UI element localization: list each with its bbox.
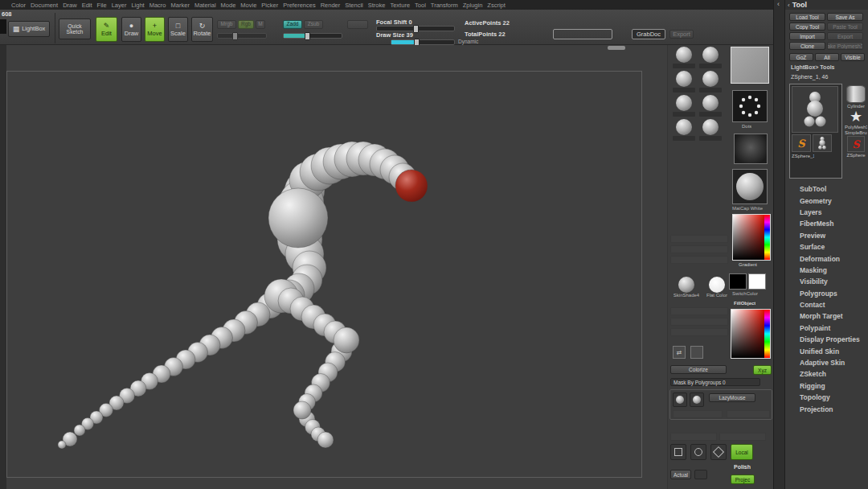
tool-section-polypaint[interactable]: Polypaint [785,323,868,334]
tool-section-visibility[interactable]: Visibility [785,276,868,287]
lazy-icon-1[interactable] [673,392,687,407]
faded-control[interactable] [670,245,728,253]
tool-section-topology[interactable]: Topology [785,392,868,403]
quick-sketch-button[interactable]: Quick Sketch [59,18,91,39]
tool-palette-header[interactable]: ‹ Tool [785,0,868,10]
tool-section-layers[interactable]: Layers [785,207,868,218]
tool-section-adaptive-skin[interactable]: Adaptive Skin [785,357,868,368]
z-intensity-knob[interactable] [305,32,310,40]
sculpt-canvas[interactable] [6,45,667,489]
active-tool-thumb[interactable] [792,86,838,133]
faded-control[interactable] [670,328,728,336]
material-quick-thumb[interactable] [672,47,696,68]
menu-item-movie[interactable]: Movie [240,2,256,9]
menu-item-texture[interactable]: Texture [390,2,410,9]
lightbox-button[interactable]: ▦ LightBox [8,21,50,37]
tool-section-fibermesh[interactable]: FiberMesh [785,218,868,229]
fill-sv-area[interactable] [731,310,764,358]
skinshade-thumb[interactable]: SkinShade4 [674,277,698,298]
faded-control[interactable] [670,235,728,243]
tool-section-morph-target[interactable]: Morph Target [785,310,868,322]
material-quick-thumb[interactable] [698,119,723,141]
tool-button-copy-tool[interactable]: Copy Tool [789,23,825,31]
menu-item-material[interactable]: Material [194,2,216,9]
edit-button[interactable]: ✎ Edit [96,17,117,42]
tool-section-masking[interactable]: Masking [785,265,868,276]
zsphere-mini-thumb[interactable] [813,134,832,152]
tool-button-save-as[interactable]: Save As [827,13,863,21]
panel-divider[interactable]: ‹ [773,0,785,489]
cylinder-thumb[interactable] [846,85,866,103]
rotate-button[interactable]: ↻ Rotate [191,17,213,42]
tool-button-load-tool[interactable]: Load Tool [789,13,825,21]
menu-item-stroke[interactable]: Stroke [368,2,386,9]
menu-item-file[interactable]: File [97,2,107,9]
goz-all-button[interactable]: All [815,53,839,61]
scroll-button[interactable] [690,444,706,460]
split-hidden-faded[interactable] [719,433,766,441]
m-button[interactable]: M [256,20,265,29]
material-quick-thumb[interactable] [672,95,696,117]
swap-icon[interactable]: ⇄ [673,346,686,359]
lazy-faded-slider[interactable] [673,410,723,418]
gradient-picker[interactable] [732,214,771,261]
menu-item-layer[interactable]: Layer [112,2,127,9]
tool-section-surface[interactable]: Surface [785,241,868,253]
secondary-color-swatch[interactable] [748,273,766,290]
flat-color-thumb[interactable]: Flat Color [705,277,729,298]
zsphere-red-thumb[interactable]: S [847,136,865,152]
material-quick-thumb[interactable] [672,71,696,92]
material-quick-thumb[interactable] [672,119,696,141]
grabdoc-button[interactable]: GrabDoc [632,29,665,39]
main-color-swatch[interactable] [729,273,747,290]
menu-item-draw[interactable]: Draw [63,2,77,9]
rgb-button[interactable]: Rgb [238,20,254,29]
alpha-thumb[interactable] [734,134,768,164]
menu-item-preferences[interactable]: Preferences [283,2,315,9]
lazy-faded-slider-2[interactable] [727,410,770,418]
actual-button[interactable]: Actual [670,470,691,479]
material-quick-thumb[interactable] [698,71,723,92]
pt-sel-button[interactable] [670,444,686,460]
menu-item-macro[interactable]: Macro [149,2,166,9]
material-quick-thumb[interactable] [698,95,723,117]
gradient-hue-strip[interactable] [764,215,770,260]
mrgb-button[interactable]: Mrgb [217,20,236,29]
rgb-intensity-knob[interactable] [232,32,238,40]
menu-item-mode[interactable]: Mode [221,2,236,9]
menu-item-picker[interactable]: Picker [261,2,278,9]
tool-section-display-properties[interactable]: Display Properties [785,334,868,345]
export-document-button[interactable]: Export [669,30,694,39]
menu-item-stencil[interactable]: Stencil [345,2,363,9]
tool-section-contact[interactable]: Contact [785,299,868,310]
menu-item-light[interactable]: Light [131,2,144,9]
tool-section-deformation[interactable]: Deformation [785,253,868,264]
z-intensity-slider[interactable] [283,33,342,39]
tool-section-projection[interactable]: Projection [785,403,868,414]
tool-section-preview[interactable]: Preview [785,230,868,241]
lazymouse-button[interactable]: LazyMouse [709,393,755,402]
tool-section-rigging[interactable]: Rigging [785,380,868,392]
xyz-button[interactable]: Xyz [753,365,772,375]
menu-item-document[interactable]: Document [31,2,58,9]
menu-item-marker[interactable]: Marker [171,2,190,9]
gradient-sv-area[interactable] [733,215,764,260]
store-icon[interactable] [690,346,703,359]
zsub-button[interactable]: Zsub [304,20,323,29]
faded-control[interactable] [670,318,728,326]
tool-section-unified-skin[interactable]: Unified Skin [785,345,868,356]
auto-groups-faded[interactable] [670,433,717,441]
menu-item-color[interactable]: Color [11,2,26,9]
tool-button-paste-tool[interactable]: Paste Tool [827,23,863,31]
tool-section-polygroups[interactable]: Polygroups [785,288,868,299]
menu-item-zplugin[interactable]: Zplugin [463,2,483,9]
tool-button-import[interactable]: Import [789,32,825,40]
zoom-button[interactable] [710,444,727,460]
local-button[interactable]: Local [731,444,753,460]
collapse-chevron-icon[interactable]: ‹ [777,0,780,8]
material-thumb[interactable] [732,169,768,204]
menu-item-transform[interactable]: Transform [431,2,458,9]
focal-shift-knob[interactable] [413,25,419,33]
scale-button[interactable]: □ Scale [168,17,188,42]
goz-visible-button[interactable]: Visible [841,53,865,61]
